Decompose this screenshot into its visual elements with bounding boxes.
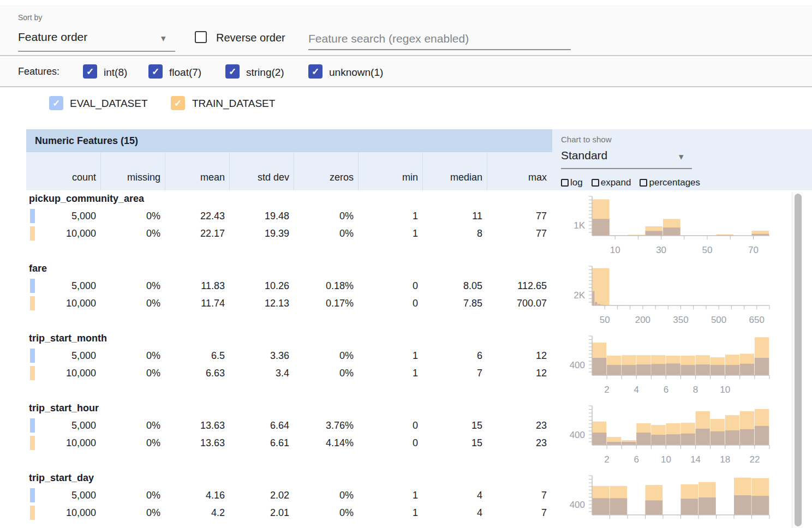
check-icon: ✓ [86, 66, 94, 77]
histogram-svg: 50200350500650 [587, 266, 775, 327]
expand-label: expand [601, 177, 631, 188]
stat-count: 10,000 [26, 437, 100, 449]
stat-min: 0 [358, 298, 422, 309]
stat-mean: 6.5 [165, 350, 229, 362]
stat-count: 5,000 [26, 211, 100, 222]
stat-missing: 0% [100, 437, 165, 449]
stat-median: 4 [422, 507, 487, 519]
stat-mean: 22.43 [165, 211, 229, 222]
eval-color-chip [30, 488, 35, 502]
stat-zeros: 0% [294, 211, 358, 222]
svg-text:6: 6 [634, 454, 639, 465]
column-header-stddev: std dev [229, 152, 294, 190]
unknown-filter-label: unknown(1) [329, 67, 383, 79]
check-icon: ✓ [229, 66, 236, 77]
stat-stddev: 2.02 [229, 490, 294, 501]
stat-count: 5,000 [26, 280, 100, 292]
svg-text:14: 14 [690, 454, 701, 465]
chart-type-select[interactable]: Standard [561, 149, 607, 162]
chart-toggles: log expand percentages [561, 177, 700, 188]
y-axis-label: 400 [561, 360, 585, 371]
dataset-legend-row: ✓ EVAL_DATASET ✓ TRAIN_DATASET [0, 88, 812, 129]
stat-zeros: 0% [294, 368, 358, 379]
stat-mean: 6.63 [165, 368, 229, 379]
feature-group: pickup_community_area 5,000 0% 22.43 19.… [26, 190, 552, 260]
svg-text:2: 2 [604, 385, 609, 395]
stat-min: 1 [358, 490, 422, 501]
train-color-chip [30, 226, 35, 241]
stat-stddev: 3.4 [229, 368, 294, 379]
svg-text:4: 4 [634, 385, 639, 395]
stat-zeros: 3.76% [294, 420, 358, 431]
stat-mean: 11.83 [165, 280, 229, 292]
feature-group: fare 5,000 0% 11.83 10.26 0.18% 0 8.05 1… [26, 260, 552, 330]
train-dataset-checkbox[interactable]: ✓ [171, 96, 185, 110]
feature-group: trip_start_day 5,000 0% 4.16 2.02 0% 1 4… [26, 470, 552, 528]
chart-scrollbar-track [792, 192, 803, 528]
histogram-trip-start-hour[interactable]: 400 2610141822 [561, 400, 797, 470]
y-axis-label: 1K [561, 220, 585, 231]
search-input[interactable] [308, 28, 571, 50]
svg-text:2: 2 [604, 454, 609, 465]
log-label: log [570, 177, 583, 188]
stat-min: 0 [358, 420, 422, 431]
stat-stddev: 10.26 [229, 280, 294, 292]
percentages-checkbox[interactable] [640, 179, 647, 187]
stat-missing: 0% [100, 298, 165, 309]
svg-text:22: 22 [749, 454, 760, 465]
chart-select-underline [561, 168, 692, 169]
stat-count: 5,000 [26, 420, 100, 431]
stat-max: 7 [487, 490, 551, 501]
histogram-trip-start-month[interactable]: 400 246810 [561, 330, 797, 400]
stat-zeros: 4.14% [294, 437, 358, 449]
stat-zeros: 0% [294, 490, 358, 501]
stat-median: 15 [422, 420, 487, 431]
stat-mean: 11.74 [165, 298, 229, 309]
column-header-mean: mean [165, 152, 229, 190]
chart-to-show-panel: Chart to show Standard ▾ log expand perc… [552, 129, 812, 190]
histogram-trip-start-day[interactable]: 400 [561, 470, 797, 528]
eval-color-chip [30, 279, 35, 293]
log-checkbox[interactable] [561, 179, 569, 187]
stat-max: 12 [487, 368, 551, 379]
stat-min: 1 [358, 350, 422, 362]
eval-dataset-checkbox[interactable]: ✓ [49, 96, 63, 110]
numeric-features-header: Numeric Features (15) [26, 129, 552, 152]
stat-zeros: 0% [294, 350, 358, 362]
y-axis-label: 2K [561, 290, 585, 301]
feature-name: trip_start_day [29, 472, 94, 484]
stat-zeros: 0.17% [294, 298, 358, 309]
chevron-down-icon: ▾ [161, 34, 166, 43]
histogram-pickup-community-area[interactable]: 1K 10305070 [561, 190, 797, 260]
train-stats-row: 10,000 0% 22.17 19.39 0% 1 8 77 [26, 225, 552, 242]
feature-name: fare [29, 263, 47, 274]
eval-stats-row: 5,000 0% 6.5 3.36 0% 1 6 12 [26, 347, 552, 364]
column-header-missing: missing [100, 152, 165, 190]
stat-max: 23 [487, 420, 551, 431]
stat-max: 12 [487, 350, 551, 362]
eval-color-chip [30, 349, 35, 363]
stat-missing: 0% [100, 507, 165, 519]
stat-stddev: 6.64 [229, 420, 294, 431]
unknown-filter-checkbox[interactable]: ✓ [308, 64, 323, 79]
stat-count: 10,000 [26, 507, 100, 519]
sort-order-select[interactable]: Feature order ▾ [18, 31, 175, 44]
chart-to-show-label: Chart to show [561, 135, 612, 144]
svg-text:50: 50 [702, 245, 713, 255]
stat-max: 77 [487, 228, 551, 239]
string-filter-checkbox[interactable]: ✓ [225, 64, 240, 79]
train-color-chip [30, 436, 35, 450]
stat-mean: 4.16 [165, 490, 229, 501]
float-filter-checkbox[interactable]: ✓ [148, 64, 163, 79]
reverse-order-checkbox[interactable] [195, 31, 207, 43]
stat-median: 8 [422, 228, 487, 239]
stat-min: 0 [358, 437, 422, 449]
stat-missing: 0% [100, 280, 165, 292]
histogram-fare[interactable]: 2K 50200350500650 [561, 260, 797, 330]
chart-scrollbar-thumb[interactable] [795, 194, 802, 526]
expand-checkbox[interactable] [592, 179, 599, 187]
svg-text:10: 10 [720, 385, 730, 395]
int-filter-checkbox[interactable]: ✓ [83, 64, 97, 79]
stat-count: 10,000 [26, 298, 100, 309]
stat-stddev: 6.61 [229, 437, 294, 449]
